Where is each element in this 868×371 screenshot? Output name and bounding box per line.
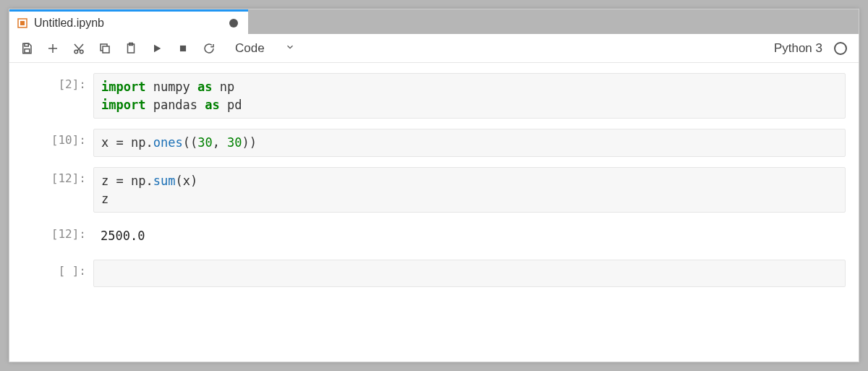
output-row[interactable]: [12]:2500.0 [9, 223, 848, 250]
code-editor[interactable] [93, 260, 846, 288]
kernel-status-icon[interactable] [834, 42, 847, 55]
code-editor[interactable]: import numpy as np import pandas as pd [93, 73, 846, 119]
copy-button[interactable] [93, 37, 116, 60]
svg-point-4 [75, 50, 78, 54]
code-cell[interactable]: [12]:z = np.sum(x) z [9, 167, 848, 213]
run-button[interactable] [145, 37, 169, 60]
svg-rect-6 [103, 46, 109, 53]
svg-rect-1 [20, 21, 25, 25]
kernel-name[interactable]: Python 3 [774, 41, 824, 56]
input-prompt: [12]: [25, 167, 93, 185]
notebook-toolbar: Code Python 3 [9, 34, 859, 63]
input-prompt: [ ]: [25, 260, 93, 278]
cell-type-select[interactable]: Code [231, 40, 299, 57]
unsaved-dot-icon [229, 19, 238, 27]
output-prompt: [12]: [25, 223, 93, 241]
input-prompt: [2]: [25, 73, 93, 91]
code-editor[interactable]: x = np.ones((30, 30)) [93, 129, 846, 157]
chevron-down-icon [285, 41, 295, 56]
tab-title: Untitled.ipynb [34, 17, 224, 30]
code-cell[interactable]: [2]:import numpy as np import pandas as … [9, 73, 848, 119]
insert-cell-button[interactable] [41, 37, 64, 60]
interrupt-button[interactable] [171, 37, 195, 60]
save-button[interactable] [15, 37, 38, 60]
file-tab[interactable]: Untitled.ipynb [9, 9, 248, 34]
svg-rect-3 [25, 48, 30, 52]
svg-point-5 [80, 50, 84, 54]
cut-button[interactable] [67, 37, 90, 60]
cell-output: 2500.0 [93, 223, 846, 250]
svg-rect-9 [180, 45, 186, 51]
paste-button[interactable] [119, 37, 142, 60]
code-cell[interactable]: [ ]: [9, 260, 848, 288]
restart-button[interactable] [197, 37, 221, 60]
svg-rect-2 [25, 43, 28, 46]
input-prompt: [10]: [25, 129, 93, 147]
notebook-body[interactable]: [2]:import numpy as np import pandas as … [9, 63, 859, 362]
code-editor[interactable]: z = np.sum(x) z [93, 167, 846, 213]
notebook-icon [17, 17, 28, 29]
code-cell[interactable]: [10]:x = np.ones((30, 30)) [9, 129, 848, 157]
tab-strip: Untitled.ipynb [9, 9, 859, 34]
notebook-panel: Untitled.ipynb [9, 9, 859, 362]
cell-type-value: Code [235, 41, 265, 56]
